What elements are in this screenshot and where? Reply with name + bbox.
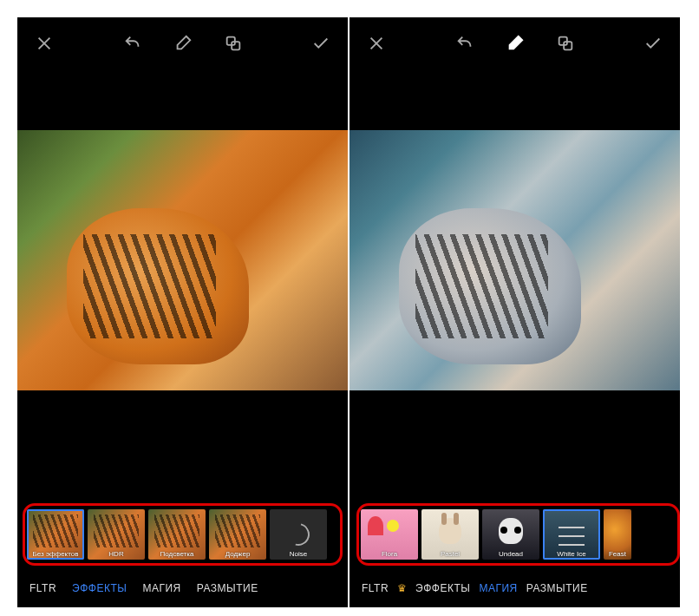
thumb-label: Без эффектов [27,550,84,558]
close-icon[interactable] [35,34,54,53]
thumb-label: Undead [482,550,539,558]
toolbar [350,17,680,69]
tab-fltr[interactable]: FLTR [362,582,389,594]
category-tabs: FLTR ЭФФЕКТЫ МАГИЯ РАЗМЫТИЕ [17,569,348,607]
filter-thumb-flora[interactable]: Flora [361,509,418,560]
thumb-label: HDR [88,550,145,558]
tab-fltr[interactable]: FLTR [29,582,56,594]
thumb-label: Доджер [209,550,266,558]
tab-blur[interactable]: РАЗМЫТИЕ [197,582,258,594]
undo-icon[interactable] [455,34,474,53]
editor-screen-right: Flora Pastel Undead White Ice Feast FLTR… [350,17,680,607]
filter-thumb-pastel[interactable]: Pastel [421,509,479,560]
toolbar [17,17,348,69]
eraser-icon[interactable] [506,34,525,53]
filter-strip[interactable]: Flora Pastel Undead White Ice Feast [356,503,680,566]
thumb-label: Pastel [421,550,479,558]
filter-thumb-noise[interactable]: Noise [270,509,327,560]
tab-magic[interactable]: МАГИЯ [479,582,517,594]
tab-effects[interactable]: ЭФФЕКТЫ [415,582,470,594]
apply-icon[interactable] [311,34,330,53]
eraser-icon[interactable] [173,34,193,53]
editor-screen-left: Без эффектов HDR Подсветка Доджер Noise … [17,17,348,607]
undo-icon[interactable] [123,34,142,53]
thumb-label: Noise [270,550,327,558]
apply-icon[interactable] [643,34,663,53]
category-tabs: FLTR ♛ ЭФФЕКТЫ МАГИЯ РАЗМЫТИЕ [350,569,680,607]
filter-thumb-feast[interactable]: Feast [604,509,631,560]
compare-icon[interactable] [224,34,243,53]
thumb-label: Подсветка [148,550,206,558]
thumb-label: Flora [361,550,418,558]
thumb-label: White Ice [543,550,600,558]
thumb-label: Feast [604,550,631,558]
filter-thumb-podsvetka[interactable]: Подсветка [148,509,206,560]
filter-thumb-none[interactable]: Без эффектов [27,509,84,560]
image-canvas[interactable] [350,130,680,390]
tab-effects[interactable]: ЭФФЕКТЫ [72,582,127,594]
preview-image [17,130,348,390]
tab-blur[interactable]: РАЗМЫТИЕ [526,582,588,594]
tab-magic[interactable]: МАГИЯ [142,582,180,594]
premium-crown-icon[interactable]: ♛ [397,582,407,594]
filter-thumb-dodger[interactable]: Доджер [209,509,266,560]
filter-thumb-undead[interactable]: Undead [482,509,539,560]
preview-image [350,130,680,390]
compare-icon[interactable] [556,34,575,53]
reload-icon [283,519,314,550]
sliders-icon [559,523,585,546]
close-icon[interactable] [367,34,386,53]
image-canvas[interactable] [17,130,348,390]
filter-thumb-whiteice[interactable]: White Ice [543,509,600,560]
filter-thumb-hdr[interactable]: HDR [88,509,145,560]
filter-strip[interactable]: Без эффектов HDR Подсветка Доджер Noise [23,503,343,566]
